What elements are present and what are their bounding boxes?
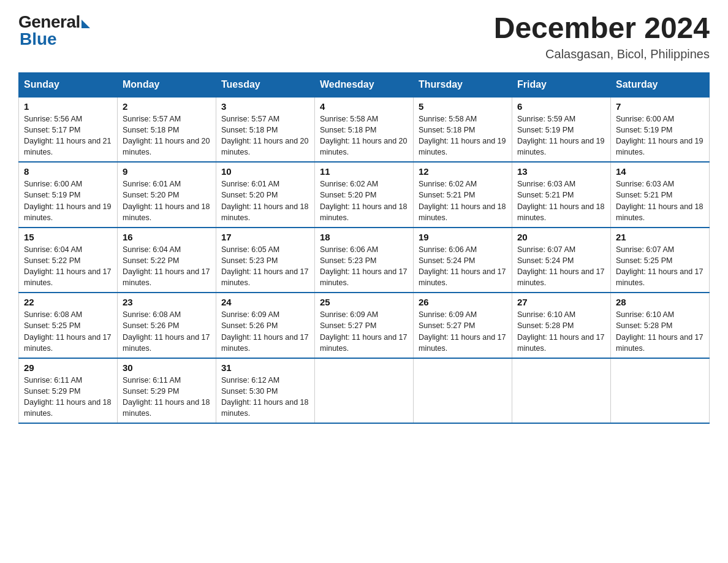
calendar-cell: 15 Sunrise: 6:04 AMSunset: 5:22 PMDaylig… bbox=[19, 228, 118, 293]
day-number: 22 bbox=[24, 297, 112, 307]
calendar-cell bbox=[414, 358, 512, 424]
calendar-title: December 2024 bbox=[494, 12, 710, 45]
calendar-cell: 21 Sunrise: 6:07 AMSunset: 5:25 PMDaylig… bbox=[611, 228, 710, 293]
day-number: 15 bbox=[24, 232, 112, 242]
day-detail: Sunrise: 6:03 AMSunset: 5:21 PMDaylight:… bbox=[517, 178, 605, 223]
day-number: 16 bbox=[123, 232, 211, 242]
calendar-week-row: 29 Sunrise: 6:11 AMSunset: 5:29 PMDaylig… bbox=[19, 358, 710, 424]
calendar-cell: 9 Sunrise: 6:01 AMSunset: 5:20 PMDayligh… bbox=[118, 162, 216, 228]
day-number: 7 bbox=[616, 101, 704, 112]
calendar-cell: 13 Sunrise: 6:03 AMSunset: 5:21 PMDaylig… bbox=[512, 162, 611, 228]
day-number: 10 bbox=[221, 166, 309, 177]
day-detail: Sunrise: 6:08 AMSunset: 5:26 PMDaylight:… bbox=[123, 309, 211, 354]
calendar-week-row: 8 Sunrise: 6:00 AMSunset: 5:19 PMDayligh… bbox=[19, 162, 710, 228]
day-number: 28 bbox=[616, 297, 704, 307]
day-detail: Sunrise: 5:58 AMSunset: 5:18 PMDaylight:… bbox=[419, 113, 507, 158]
day-detail: Sunrise: 6:01 AMSunset: 5:20 PMDaylight:… bbox=[221, 178, 309, 223]
calendar-cell: 11 Sunrise: 6:02 AMSunset: 5:20 PMDaylig… bbox=[315, 162, 414, 228]
day-detail: Sunrise: 5:59 AMSunset: 5:19 PMDaylight:… bbox=[517, 113, 605, 158]
title-block: December 2024 Calasgasan, Bicol, Philipp… bbox=[494, 12, 710, 61]
logo-arrow-icon bbox=[82, 20, 90, 28]
day-detail: Sunrise: 6:02 AMSunset: 5:21 PMDaylight:… bbox=[419, 178, 507, 223]
calendar-header-row: SundayMondayTuesdayWednesdayThursdayFrid… bbox=[19, 72, 710, 97]
calendar-cell: 25 Sunrise: 6:09 AMSunset: 5:27 PMDaylig… bbox=[315, 293, 414, 358]
page-header: General Blue December 2024 Calasgasan, B… bbox=[18, 12, 710, 61]
calendar-cell: 4 Sunrise: 5:58 AMSunset: 5:18 PMDayligh… bbox=[315, 97, 414, 163]
day-detail: Sunrise: 5:58 AMSunset: 5:18 PMDaylight:… bbox=[320, 113, 408, 158]
day-number: 1 bbox=[24, 101, 112, 112]
day-number: 18 bbox=[320, 232, 408, 242]
day-detail: Sunrise: 6:00 AMSunset: 5:19 PMDaylight:… bbox=[24, 178, 112, 223]
col-header-sunday: Sunday bbox=[19, 72, 118, 97]
calendar-subtitle: Calasgasan, Bicol, Philippines bbox=[494, 47, 710, 61]
calendar-cell: 31 Sunrise: 6:12 AMSunset: 5:30 PMDaylig… bbox=[216, 358, 315, 424]
calendar-cell: 1 Sunrise: 5:56 AMSunset: 5:17 PMDayligh… bbox=[19, 97, 118, 163]
day-number: 4 bbox=[320, 101, 408, 112]
day-detail: Sunrise: 6:04 AMSunset: 5:22 PMDaylight:… bbox=[123, 244, 211, 289]
day-detail: Sunrise: 6:10 AMSunset: 5:28 PMDaylight:… bbox=[517, 309, 605, 354]
day-detail: Sunrise: 6:05 AMSunset: 5:23 PMDaylight:… bbox=[221, 244, 309, 289]
day-detail: Sunrise: 6:04 AMSunset: 5:22 PMDaylight:… bbox=[24, 244, 112, 289]
day-detail: Sunrise: 6:01 AMSunset: 5:20 PMDaylight:… bbox=[123, 178, 211, 223]
calendar-cell bbox=[611, 358, 710, 424]
calendar-cell: 24 Sunrise: 6:09 AMSunset: 5:26 PMDaylig… bbox=[216, 293, 315, 358]
calendar-cell: 6 Sunrise: 5:59 AMSunset: 5:19 PMDayligh… bbox=[512, 97, 611, 163]
calendar-cell: 18 Sunrise: 6:06 AMSunset: 5:23 PMDaylig… bbox=[315, 228, 414, 293]
day-number: 24 bbox=[221, 297, 309, 307]
col-header-wednesday: Wednesday bbox=[315, 72, 414, 97]
calendar-week-row: 1 Sunrise: 5:56 AMSunset: 5:17 PMDayligh… bbox=[19, 97, 710, 163]
calendar-cell: 16 Sunrise: 6:04 AMSunset: 5:22 PMDaylig… bbox=[118, 228, 216, 293]
day-detail: Sunrise: 6:12 AMSunset: 5:30 PMDaylight:… bbox=[221, 375, 309, 419]
calendar-cell bbox=[512, 358, 611, 424]
calendar-cell: 2 Sunrise: 5:57 AMSunset: 5:18 PMDayligh… bbox=[118, 97, 216, 163]
calendar-cell: 8 Sunrise: 6:00 AMSunset: 5:19 PMDayligh… bbox=[19, 162, 118, 228]
day-number: 20 bbox=[517, 232, 605, 242]
day-number: 9 bbox=[123, 166, 211, 177]
day-detail: Sunrise: 6:00 AMSunset: 5:19 PMDaylight:… bbox=[616, 113, 704, 158]
calendar-cell: 12 Sunrise: 6:02 AMSunset: 5:21 PMDaylig… bbox=[414, 162, 512, 228]
day-number: 25 bbox=[320, 297, 408, 307]
calendar-cell: 30 Sunrise: 6:11 AMSunset: 5:29 PMDaylig… bbox=[118, 358, 216, 424]
day-detail: Sunrise: 6:11 AMSunset: 5:29 PMDaylight:… bbox=[24, 375, 112, 419]
day-number: 11 bbox=[320, 166, 408, 177]
day-number: 19 bbox=[419, 232, 507, 242]
calendar-cell: 5 Sunrise: 5:58 AMSunset: 5:18 PMDayligh… bbox=[414, 97, 512, 163]
col-header-thursday: Thursday bbox=[414, 72, 512, 97]
col-header-monday: Monday bbox=[118, 72, 216, 97]
day-detail: Sunrise: 6:02 AMSunset: 5:20 PMDaylight:… bbox=[320, 178, 408, 223]
day-number: 29 bbox=[24, 362, 112, 373]
col-header-tuesday: Tuesday bbox=[216, 72, 315, 97]
day-number: 3 bbox=[221, 101, 309, 112]
day-number: 2 bbox=[123, 101, 211, 112]
day-detail: Sunrise: 6:06 AMSunset: 5:24 PMDaylight:… bbox=[419, 244, 507, 289]
calendar-week-row: 22 Sunrise: 6:08 AMSunset: 5:25 PMDaylig… bbox=[19, 293, 710, 358]
logo-blue-text: Blue bbox=[18, 29, 57, 49]
day-number: 30 bbox=[123, 362, 211, 373]
calendar-cell: 3 Sunrise: 5:57 AMSunset: 5:18 PMDayligh… bbox=[216, 97, 315, 163]
day-detail: Sunrise: 6:06 AMSunset: 5:23 PMDaylight:… bbox=[320, 244, 408, 289]
calendar-cell: 27 Sunrise: 6:10 AMSunset: 5:28 PMDaylig… bbox=[512, 293, 611, 358]
calendar-cell: 7 Sunrise: 6:00 AMSunset: 5:19 PMDayligh… bbox=[611, 97, 710, 163]
day-number: 17 bbox=[221, 232, 309, 242]
day-number: 31 bbox=[221, 362, 309, 373]
day-number: 6 bbox=[517, 101, 605, 112]
day-detail: Sunrise: 6:07 AMSunset: 5:25 PMDaylight:… bbox=[616, 244, 704, 289]
day-detail: Sunrise: 6:08 AMSunset: 5:25 PMDaylight:… bbox=[24, 309, 112, 354]
calendar-table: SundayMondayTuesdayWednesdayThursdayFrid… bbox=[18, 72, 710, 424]
calendar-cell: 19 Sunrise: 6:06 AMSunset: 5:24 PMDaylig… bbox=[414, 228, 512, 293]
col-header-saturday: Saturday bbox=[611, 72, 710, 97]
day-number: 12 bbox=[419, 166, 507, 177]
day-number: 23 bbox=[123, 297, 211, 307]
day-detail: Sunrise: 6:10 AMSunset: 5:28 PMDaylight:… bbox=[616, 309, 704, 354]
calendar-cell: 17 Sunrise: 6:05 AMSunset: 5:23 PMDaylig… bbox=[216, 228, 315, 293]
day-number: 5 bbox=[419, 101, 507, 112]
calendar-cell: 29 Sunrise: 6:11 AMSunset: 5:29 PMDaylig… bbox=[19, 358, 118, 424]
day-detail: Sunrise: 6:09 AMSunset: 5:27 PMDaylight:… bbox=[419, 309, 507, 354]
day-number: 21 bbox=[616, 232, 704, 242]
day-detail: Sunrise: 6:03 AMSunset: 5:21 PMDaylight:… bbox=[616, 178, 704, 223]
calendar-cell bbox=[315, 358, 414, 424]
day-detail: Sunrise: 6:09 AMSunset: 5:27 PMDaylight:… bbox=[320, 309, 408, 354]
col-header-friday: Friday bbox=[512, 72, 611, 97]
calendar-cell: 22 Sunrise: 6:08 AMSunset: 5:25 PMDaylig… bbox=[19, 293, 118, 358]
day-detail: Sunrise: 6:07 AMSunset: 5:24 PMDaylight:… bbox=[517, 244, 605, 289]
